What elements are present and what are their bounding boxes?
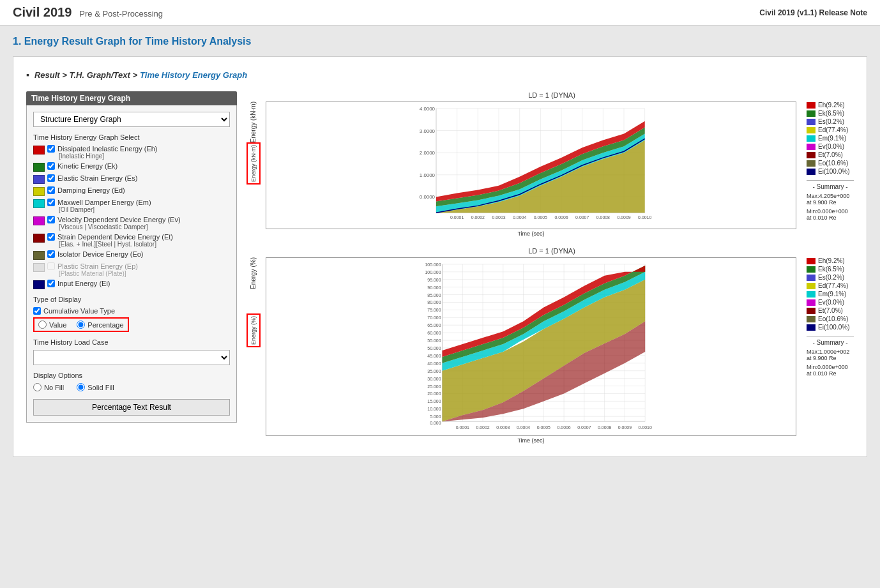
structure-energy-dropdown[interactable]: Structure Energy Graph [33,112,230,127]
energy-checkbox-5[interactable] [47,216,55,223]
legend-color-1 [807,110,816,117]
chart1-summary-title: - Summary - [807,180,854,190]
legend-item-8: Ei(100.0%) [807,324,854,331]
radio-value[interactable] [38,320,47,329]
energy-color-5 [33,216,45,225]
type-section: Type of Display Cumulative Value Type Va… [33,296,230,332]
svg-text:40.000: 40.000 [427,361,441,366]
energy-checkbox-2[interactable] [47,174,55,182]
legend-color-7 [807,316,816,322]
chart2-x-label: Time (sec) [266,437,796,444]
energy-checkbox-4[interactable] [47,199,55,206]
legend-color-3 [807,127,816,133]
radio-value-label[interactable]: Value [38,320,66,329]
chart2-summary-title: - Summary - [807,336,854,346]
legend-label-3: Ed(77.4%) [818,126,848,133]
svg-text:0.0001: 0.0001 [450,215,464,220]
legend-color-5 [807,144,816,150]
section-title: 1. Energy Result Graph for Time History … [13,36,867,47]
legend-color-0 [807,258,816,264]
legend-label-1: Ek(6.5%) [818,266,844,273]
legend-item-8: Ei(100.0%) [807,168,854,175]
type-label: Type of Display [33,296,230,303]
load-case-label: Time History Load Case [33,338,230,346]
svg-text:100.000: 100.000 [425,270,441,275]
svg-text:0.0007: 0.0007 [575,215,589,220]
chart1-svg: 4.0000 3.0000 2.0000 1.0000 0.0000 0.000… [266,102,796,229]
energy-checkbox-9[interactable] [47,280,55,287]
chart1-x-label: Time (sec) [266,230,796,237]
radio-value-text: Value [49,321,66,329]
radio-percentage[interactable] [77,320,85,329]
legend-label-0: Eh(9.2%) [818,257,845,264]
legend-item-3: Ed(77.4%) [807,126,854,133]
cumulative-label: Cumulative Value Type [43,307,115,315]
left-panel: Time History Energy Graph Structure Ener… [26,91,237,423]
no-fill-radio[interactable] [33,383,42,391]
energy-select-label: Time History Energy Graph Select [33,133,230,141]
app-header: Civil 2019 Pre & Post-Processing Civil 2… [0,0,880,26]
legend-color-6 [807,152,816,158]
energy-text-8: Plastic Strain Energy (Ep)[Plastic Mater… [57,262,138,277]
legend-color-2 [807,119,816,125]
svg-text:0.0007: 0.0007 [577,425,591,430]
energy-checkbox-0[interactable] [47,145,55,153]
legend-item-3: Ed(77.4%) [807,282,854,289]
legend-label-7: Eo(10.6%) [818,160,848,167]
energy-checkbox-1[interactable] [47,162,55,170]
energy-text-6: Strain Dependent Device Energy (Et)[Elas… [57,233,173,248]
energy-checkbox-7[interactable] [47,250,55,258]
breadcrumb-bullet: ▪ [26,70,29,80]
svg-text:20.000: 20.000 [427,391,441,396]
energy-sub-0: [Inelastic Hinge] [59,153,158,160]
energy-sub-5: [Viscous | Viscoelastic Damper] [59,223,181,230]
legend-label-3: Ed(77.4%) [818,282,848,289]
energy-text-9: Input Energy (Ei) [57,280,110,287]
radio-percentage-label[interactable]: Percentage [77,320,123,329]
svg-text:30.000: 30.000 [427,377,441,381]
svg-text:0.0004: 0.0004 [517,425,530,430]
legend-color-1 [807,266,816,273]
chart2-row: Energy (%) Energy (%) [250,257,854,444]
percentage-text-result-button[interactable]: Percentage Text Result [33,399,230,416]
energy-checkbox-8[interactable] [47,262,55,270]
legend-color-8 [807,169,816,175]
header-left: Civil 2019 Pre & Post-Processing [13,5,163,20]
svg-text:80.000: 80.000 [427,300,441,305]
svg-text:0.0009: 0.0009 [617,215,630,220]
energy-item-6: Strain Dependent Device Energy (Et)[Elas… [33,233,230,248]
svg-text:0.0004: 0.0004 [513,215,526,220]
svg-text:0.0009: 0.0009 [618,425,632,430]
solid-fill-radio[interactable] [77,383,85,391]
energy-color-0 [33,146,45,155]
load-case-dropdown[interactable] [33,350,230,365]
legend-item-2: Es(0.2%) [807,274,854,281]
chart2-area: Energy (%) [266,257,796,444]
chart2-max: Max:1.000e+002 [807,349,854,355]
chart1-legend: Eh(9.2%)Ek(6.5%)Es(0.2%)Ed(77.4%)Em(9.1%… [803,102,854,221]
legend-label-4: Em(9.1%) [818,290,846,298]
energy-checkbox-3[interactable] [47,186,55,194]
legend-label-5: Ev(0.0%) [818,299,844,306]
svg-text:0.0005: 0.0005 [534,215,547,220]
page-content: 1. Energy Result Graph for Time History … [0,26,880,467]
radio-container: Value Percentage [33,317,230,332]
energy-checkbox-6[interactable] [47,233,55,241]
solid-fill-label[interactable]: Solid Fill [77,383,114,391]
legend-item-1: Ek(6.5%) [807,110,854,117]
svg-text:70.000: 70.000 [427,315,441,320]
svg-text:55.000: 55.000 [427,338,441,343]
legend-label-6: Et(7.0%) [818,307,843,314]
energy-color-2 [33,175,45,184]
legend-container-2: Eh(9.2%)Ek(6.5%)Es(0.2%)Ed(77.4%)Em(9.1%… [807,257,854,331]
legend-label-4: Em(9.1%) [818,135,846,142]
legend-color-4 [807,291,816,298]
legend-color-5 [807,299,816,306]
chart1-area: Energy (kN·m) [266,102,796,237]
legend-item-2: Es(0.2%) [807,118,854,125]
legend-label-2: Es(0.2%) [818,274,844,281]
svg-text:10.000: 10.000 [427,407,441,411]
no-fill-label[interactable]: No Fill [33,383,64,391]
cumulative-checkbox[interactable] [33,307,41,315]
legend-color-3 [807,283,816,289]
